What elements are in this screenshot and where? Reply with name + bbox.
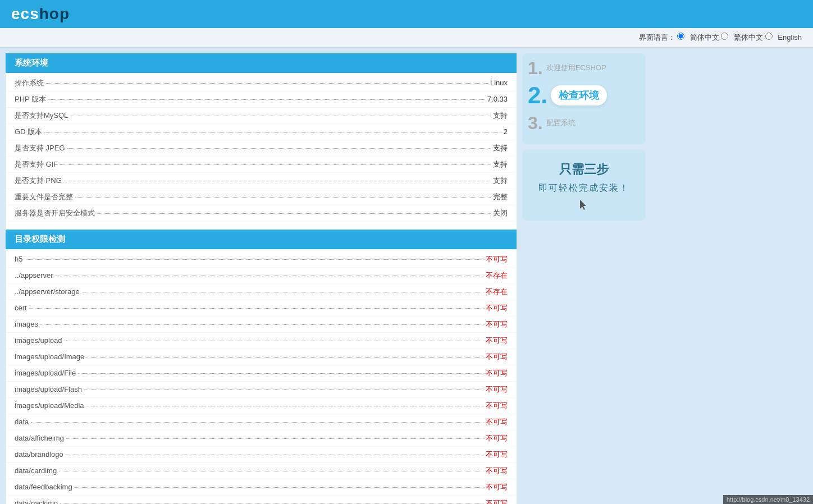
row-safemode-label: 服务器是否开启安全模式 bbox=[15, 208, 95, 218]
row-mysql: 是否支持MySQL 支持 bbox=[6, 108, 517, 124]
row-gif-dots bbox=[60, 164, 491, 165]
dir-cert: cert 不可写 bbox=[6, 300, 517, 317]
row-mysql-value: 支持 bbox=[493, 111, 508, 121]
row-php-dots bbox=[48, 99, 485, 100]
dir-data-packimg: data/packimg 不可写 bbox=[6, 496, 517, 504]
row-safemode: 服务器是否开启安全模式 关闭 bbox=[6, 205, 517, 222]
step1-label: 欢迎使用ECSHOP bbox=[546, 63, 606, 73]
step1-item: 1. 欢迎使用ECSHOP bbox=[528, 59, 640, 77]
dir-check-header: 目录权限检测 bbox=[6, 230, 517, 249]
system-env-section: 系统环境 操作系统 Linux PHP 版本 7.0.33 是否支持MySQL … bbox=[6, 53, 517, 224]
lang-simplified-radio[interactable] bbox=[677, 33, 684, 40]
svg-marker-0 bbox=[580, 200, 586, 210]
row-os-value: Linux bbox=[490, 79, 508, 87]
row-gif-value: 支持 bbox=[493, 159, 508, 169]
dir-appserver: ../appserver 不存在 bbox=[6, 268, 517, 284]
row-files-value: 完整 bbox=[493, 192, 508, 202]
step1-number: 1. bbox=[528, 59, 543, 77]
step3-number: 3. bbox=[528, 114, 543, 132]
dir-data-cardimg: data/cardimg 不可写 bbox=[6, 463, 517, 479]
row-gd: GD 版本 2 bbox=[6, 124, 517, 140]
lang-english-radio[interactable] bbox=[765, 33, 773, 40]
dir-data-feedbackimg: data/feedbackimg 不可写 bbox=[6, 479, 517, 496]
dir-appserver-storage: ../appserver/storage 不存在 bbox=[6, 284, 517, 300]
system-env-header: 系统环境 bbox=[6, 53, 517, 73]
dir-images-upload-image: images/upload/Image 不可写 bbox=[6, 349, 517, 365]
row-png-dots bbox=[64, 181, 491, 181]
row-php-label: PHP 版本 bbox=[15, 94, 46, 104]
row-php: PHP 版本 7.0.33 bbox=[6, 91, 517, 108]
row-png: 是否支持 PNG 支持 bbox=[6, 173, 517, 189]
row-jpeg-dots bbox=[67, 148, 491, 149]
row-files-dots bbox=[75, 197, 491, 198]
row-gif: 是否支持 GIF 支持 bbox=[6, 157, 517, 173]
dir-data: data 不可写 bbox=[6, 414, 517, 430]
step3-item: 3. 配置系统 bbox=[528, 114, 640, 132]
cursor-icon bbox=[580, 200, 588, 210]
lang-traditional-radio[interactable] bbox=[721, 33, 728, 40]
row-os-label: 操作系统 bbox=[15, 78, 44, 88]
bottom-url: http://blog.csdn.net/m0_13432 bbox=[727, 496, 810, 503]
row-gd-label: GD 版本 bbox=[15, 127, 42, 137]
row-png-value: 支持 bbox=[493, 176, 508, 186]
dir-images: images 不可写 bbox=[6, 317, 517, 333]
dir-images-upload: images/upload 不可写 bbox=[6, 333, 517, 349]
row-jpeg: 是否支持 JPEG 支持 bbox=[6, 140, 517, 157]
step2-number: 2. bbox=[528, 84, 547, 107]
header: ecshop bbox=[0, 0, 813, 28]
row-safemode-dots bbox=[97, 213, 491, 214]
lang-label: 界面语言： bbox=[639, 33, 675, 42]
bottom-bar: http://blog.csdn.net/m0_13432 bbox=[723, 495, 813, 504]
promo-box: 只需三步 即可轻松完成安装！ bbox=[522, 150, 646, 221]
lang-traditional-label[interactable]: 繁体中文 bbox=[734, 33, 763, 42]
dir-data-brandlogo: data/brandlogo 不可写 bbox=[6, 447, 517, 463]
row-mysql-dots bbox=[70, 116, 491, 116]
logo-ec: ecs bbox=[11, 5, 39, 22]
dir-images-upload-flash: images/upload/Flash 不可写 bbox=[6, 382, 517, 398]
step3-label: 配置系统 bbox=[546, 118, 576, 128]
row-gd-dots bbox=[44, 132, 501, 132]
dir-check-section: 目录权限检测 h5 不可写 ../appserver 不存在 ../appser… bbox=[6, 230, 517, 504]
dir-images-upload-file: images/upload/File 不可写 bbox=[6, 365, 517, 382]
steps-container: 1. 欢迎使用ECSHOP 2. 检查环境 3. 配置系统 bbox=[522, 53, 646, 144]
row-gif-label: 是否支持 GIF bbox=[15, 159, 58, 169]
dir-h5: h5 不可写 bbox=[6, 251, 517, 268]
lang-english-label[interactable]: English bbox=[778, 33, 802, 42]
row-jpeg-label: 是否支持 JPEG bbox=[15, 143, 65, 153]
promo-title: 只需三步 bbox=[528, 161, 640, 178]
row-os: 操作系统 Linux bbox=[6, 75, 517, 91]
row-mysql-label: 是否支持MySQL bbox=[15, 111, 68, 121]
logo-shop: hop bbox=[39, 5, 70, 22]
step2-label: 检查环境 bbox=[551, 85, 607, 106]
language-bar: 界面语言： 简体中文 繁体中文 English bbox=[0, 28, 813, 48]
right-sidebar: 1. 欢迎使用ECSHOP 2. 检查环境 3. 配置系统 只需三步 即可轻松完… bbox=[522, 53, 646, 221]
row-php-value: 7.0.33 bbox=[487, 95, 508, 103]
row-safemode-value: 关闭 bbox=[493, 208, 508, 218]
row-gd-value: 2 bbox=[504, 127, 508, 136]
system-env-rows: 操作系统 Linux PHP 版本 7.0.33 是否支持MySQL 支持 GD… bbox=[6, 73, 517, 224]
main-layout: 系统环境 操作系统 Linux PHP 版本 7.0.33 是否支持MySQL … bbox=[0, 48, 813, 504]
left-content: 系统环境 操作系统 Linux PHP 版本 7.0.33 是否支持MySQL … bbox=[6, 53, 517, 504]
dir-images-upload-media: images/upload/Media 不可写 bbox=[6, 398, 517, 414]
step2-item: 2. 检查环境 bbox=[528, 84, 640, 107]
row-files: 重要文件是否完整 完整 bbox=[6, 189, 517, 205]
dir-check-rows: h5 不可写 ../appserver 不存在 ../appserver/sto… bbox=[6, 249, 517, 504]
dir-data-afficheimg: data/afficheimg 不可写 bbox=[6, 430, 517, 447]
row-png-label: 是否支持 PNG bbox=[15, 176, 62, 186]
promo-sub: 即可轻松完成安装！ bbox=[528, 182, 640, 194]
logo: ecshop bbox=[11, 5, 70, 23]
lang-simplified-label[interactable]: 简体中文 bbox=[690, 33, 719, 42]
row-files-label: 重要文件是否完整 bbox=[15, 192, 73, 202]
row-os-dots bbox=[46, 83, 488, 84]
row-jpeg-value: 支持 bbox=[493, 143, 508, 153]
